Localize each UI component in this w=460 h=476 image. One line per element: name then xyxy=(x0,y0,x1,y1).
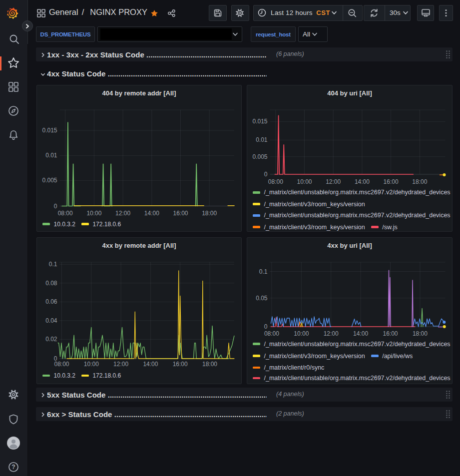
svg-text:?: ? xyxy=(11,464,15,471)
